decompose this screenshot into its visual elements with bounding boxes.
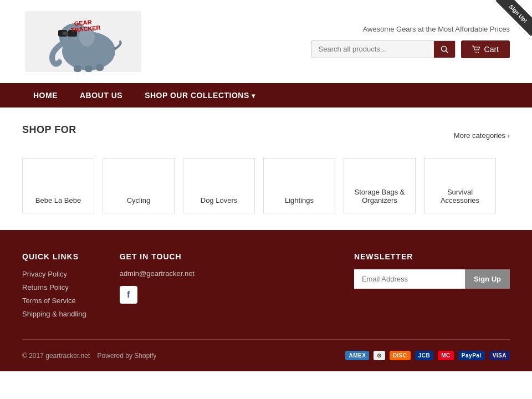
facebook-link[interactable]: f [120,286,137,304]
contact-email: admin@geartracker.net [120,269,195,278]
nav-list: HOME ABOUT US SHOP OUR COLLECTIONS [22,83,510,108]
payment-diners: ⊙ [374,351,385,360]
copyright-text: © 2017 geartracker.net [22,352,90,360]
quick-links-list: Privacy Policy Returns Policy Terms of S… [22,269,86,318]
cart-button[interactable]: Cart [461,40,510,58]
svg-rect-11 [63,32,68,35]
main-content: SHOP FOR More categories › Bebe La Bebe … [0,108,532,230]
footer-contact: GET IN TOUCH admin@geartracker.net f [120,252,195,323]
categories-header: SHOP FOR More categories › [22,124,510,147]
svg-point-16 [475,52,477,53]
quick-link-item-0[interactable]: Privacy Policy [22,269,86,278]
category-card-2[interactable]: Dog Lovers [183,158,255,213]
category-name-2: Dog Lovers [201,196,237,204]
category-card-4[interactable]: Storage Bags & Organizers [344,158,416,213]
category-card-1[interactable]: Cycling [103,158,175,213]
category-name-3: Lightings [285,196,314,204]
nav-link-shop[interactable]: SHOP OUR COLLECTIONS [134,83,266,108]
category-name-5: Survival Accessories [430,188,490,204]
category-name-0: Bebe La Bebe [35,196,81,204]
payment-amex: AMEX [345,351,369,360]
payment-paypal: PayPal [458,351,485,360]
logo-svg: GEAR TRACKER [25,11,141,72]
search-button[interactable] [434,41,455,58]
tagline: Awesome Gears at the Most Affordable Pri… [363,25,510,33]
footer-quick-links: QUICK LINKS Privacy Policy Returns Polic… [22,252,86,323]
cart-icon [472,45,481,53]
signup-ribbon[interactable]: Sign Up! [493,0,532,39]
newsletter-form: Sign Up [354,269,510,289]
more-categories-link[interactable]: More categories › [454,131,510,140]
quick-link-item-3[interactable]: Shipping & handling [22,309,86,318]
payment-icons: AMEX ⊙ DISC JCB MC PayPal VISA [345,351,510,360]
footer: QUICK LINKS Privacy Policy Returns Polic… [0,230,532,371]
svg-line-15 [446,50,448,53]
nav-item-home[interactable]: HOME [22,83,69,108]
nav-link-about[interactable]: ABOUT US [69,83,134,108]
payment-discover: DISC [390,351,411,360]
quick-links-heading: QUICK LINKS [22,252,86,261]
category-card-0[interactable]: Bebe La Bebe [22,158,94,213]
search-icon [441,45,448,53]
svg-rect-7 [85,65,93,72]
footer-bottom: © 2017 geartracker.net Powered by Shopif… [22,339,510,360]
quick-link-2[interactable]: Terms of Service [22,296,76,305]
category-card-3[interactable]: Lightings [263,158,335,213]
footer-top: QUICK LINKS Privacy Policy Returns Polic… [22,252,510,323]
header-right: Awesome Gears at the Most Affordable Pri… [311,25,510,58]
contact-heading: GET IN TOUCH [120,252,195,261]
category-card-5[interactable]: Survival Accessories [424,158,496,213]
svg-point-17 [478,52,479,53]
footer-newsletter: NEWSLETTER Sign Up [354,252,510,323]
facebook-icon: f [127,290,130,300]
powered-by-link[interactable]: Powered by Shopify [98,352,157,360]
cart-label: Cart [484,45,499,54]
payment-jcb: JCB [415,351,434,360]
svg-rect-6 [74,65,81,72]
payment-mastercard: MC [438,351,454,360]
svg-rect-8 [96,64,104,71]
category-name-4: Storage Bags & Organizers [350,188,410,204]
search-bar [311,40,456,58]
logo-image: GEAR TRACKER [22,8,144,75]
payment-visa: VISA [489,351,510,360]
quick-link-item-2[interactable]: Terms of Service [22,296,86,305]
quick-link-item-1[interactable]: Returns Policy [22,283,86,291]
navigation: HOME ABOUT US SHOP OUR COLLECTIONS [0,83,532,108]
newsletter-email-input[interactable] [354,269,465,289]
quick-link-1[interactable]: Returns Policy [22,283,69,291]
signup-ribbon-text: Sign Up! [495,0,532,36]
header-actions: Cart [311,40,510,58]
section-title: SHOP FOR [22,124,76,136]
logo-area: GEAR TRACKER [22,8,144,75]
category-name-1: Cycling [127,196,151,204]
nav-item-about[interactable]: ABOUT US [69,83,134,108]
nav-link-home[interactable]: HOME [22,83,69,108]
quick-link-0[interactable]: Privacy Policy [22,270,67,278]
newsletter-signup-button[interactable]: Sign Up [465,269,510,289]
footer-copy: © 2017 geartracker.net Powered by Shopif… [22,352,156,360]
newsletter-heading: NEWSLETTER [354,252,510,261]
newsletter-btn-label: Sign Up [474,275,501,283]
quick-link-3[interactable]: Shipping & handling [22,310,86,318]
header: GEAR TRACKER Awesome Gears at the Most A… [0,0,532,83]
nav-item-shop[interactable]: SHOP OUR COLLECTIONS [134,83,266,108]
categories-grid: Bebe La Bebe Cycling Dog Lovers Lighting… [22,158,510,213]
search-input[interactable] [312,40,434,58]
